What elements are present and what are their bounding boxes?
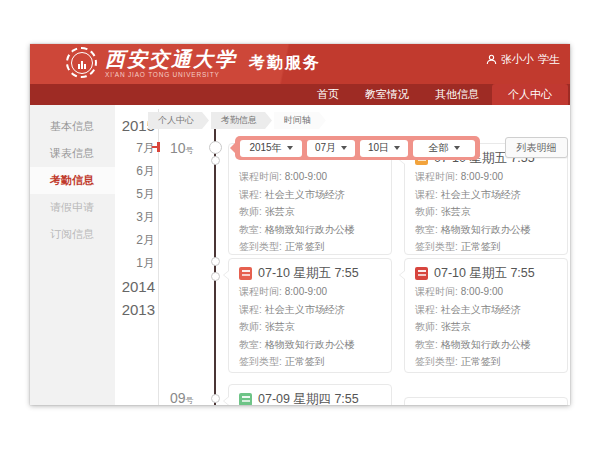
app-window: 西安交通大学 XI'AN JIAO TONG UNIVERSITY 考勤服务 张… [30,44,570,405]
field-value: 张芸京 [265,206,295,217]
attendance-card[interactable] [404,397,568,405]
axis-month-7[interactable]: 7月 [115,137,155,160]
user-info[interactable]: 张小小 学生 [486,52,560,67]
field-label: 签到类型: [239,241,282,252]
field-label: 教师: [415,206,438,217]
sidebar-item-schedule-info[interactable]: 课表信息 [30,140,115,167]
field-value: 8:00-9:00 [461,286,503,297]
timeline-line [214,127,216,405]
field-value: 社会主义市场经济 [441,189,521,200]
field-value: 正常签到 [461,241,501,252]
attendance-card[interactable]: 07-10 星期五 7:55 课程时间:8:00-9:00 课程:社会主义市场经… [404,258,568,373]
card-header: 07-09 星期四 7:55 [239,390,381,405]
chevron-down-icon [394,146,400,150]
field-value: 社会主义市场经济 [265,304,345,315]
axis-month-6[interactable]: 6月 [115,160,155,183]
field-label: 教室: [239,339,262,350]
field-label: 教师: [239,206,262,217]
field-label: 教室: [415,339,438,350]
axis-year-2014[interactable]: 2014 [115,275,155,298]
user-name: 张小小 [501,52,534,67]
month-select[interactable]: 07月 [307,140,355,157]
date-filter-bar: 2015年 07月 10日 全部 [235,136,480,160]
sidebar-item-leave-request[interactable]: 请假申请 [30,194,115,221]
field-value: 格物致知行政办公楼 [265,339,355,350]
field-label: 签到类型: [239,356,282,367]
field-value: 格物致知行政办公楼 [441,224,531,235]
attendance-card[interactable]: 07-09 星期四 7:55 [228,384,392,405]
card-date: 07-10 星期五 7:55 [434,265,535,282]
card-header: 07-10 星期五 7:55 [415,264,557,283]
field-value: 张芸京 [441,206,471,217]
field-value: 8:00-9:00 [285,286,327,297]
field-label: 签到类型: [415,241,458,252]
field-label: 教师: [239,321,262,332]
axis-month-1[interactable]: 1月 [115,252,155,275]
sidebar: 基本信息 课表信息 考勤信息 请假申请 订阅信息 [30,105,115,405]
field-value: 格物致知行政办公楼 [265,224,355,235]
timeline-dot [211,257,220,266]
nav-item-personal-center[interactable]: 个人中心 [492,84,568,105]
user-role: 学生 [538,52,560,67]
nav-item-other-info[interactable]: 其他信息 [422,84,492,105]
field-value: 张芸京 [265,321,295,332]
university-name: 西安交通大学 [105,48,237,70]
breadcrumb: 个人中心 考勤信息 时间轴 [148,112,326,129]
university-logo-icon [66,47,97,78]
field-value: 正常签到 [461,356,501,367]
year-select[interactable]: 2015年 [240,140,302,157]
person-icon [486,54,497,65]
day-select-value: 10日 [368,141,389,155]
axis-month-2[interactable]: 2月 [115,229,155,252]
field-value: 8:00-9:00 [285,171,327,182]
field-value: 张芸京 [441,321,471,332]
university-name-en: XI'AN JIAO TONG UNIVERSITY [105,71,237,78]
axis-month-5[interactable]: 5月 [115,183,155,206]
month-select-value: 07月 [315,141,336,155]
calendar-icon [415,267,428,280]
axis-divider [158,109,159,405]
breadcrumb-personal-center[interactable]: 个人中心 [148,112,209,129]
breadcrumb-timeline[interactable]: 时间轴 [274,112,326,129]
type-select[interactable]: 全部 [413,140,475,157]
list-detail-button[interactable]: 列表明细 [505,137,568,158]
field-label: 课程: [415,304,438,315]
timeline-dot [209,141,222,154]
year-select-value: 2015年 [249,141,281,155]
card-date: 07-10 星期五 7:55 [258,265,359,282]
university-name-block: 西安交通大学 XI'AN JIAO TONG UNIVERSITY [105,48,237,78]
field-label: 课程时间: [415,286,458,297]
field-label: 课程: [239,304,262,315]
breadcrumb-attendance-info[interactable]: 考勤信息 [211,112,272,129]
type-select-value: 全部 [429,141,449,155]
content-area: 基本信息 课表信息 考勤信息 请假申请 订阅信息 个人中心 考勤信息 时间轴 2… [30,105,570,405]
chevron-down-icon [341,146,347,150]
brand: 西安交通大学 XI'AN JIAO TONG UNIVERSITY 考勤服务 [66,47,321,78]
main-panel: 个人中心 考勤信息 时间轴 2015 7月 6月 5月 3月 2月 1月 201… [115,105,570,405]
chevron-down-icon [454,146,460,150]
card-header: 07-10 星期五 7:55 [239,264,381,283]
field-label: 课程时间: [415,171,458,182]
nav-item-home[interactable]: 首页 [304,84,352,105]
field-value: 社会主义市场经济 [441,304,521,315]
field-label: 课程: [415,189,438,200]
sidebar-item-basic-info[interactable]: 基本信息 [30,113,115,140]
nav-item-classrooms[interactable]: 教室情况 [352,84,422,105]
axis-year-2013[interactable]: 2013 [115,298,155,321]
sidebar-item-attendance-info[interactable]: 考勤信息 [30,167,115,194]
field-value: 格物致知行政办公楼 [441,339,531,350]
calendar-icon [239,267,252,280]
field-label: 教室: [239,224,262,235]
sidebar-item-subscription-info[interactable]: 订阅信息 [30,221,115,248]
axis-month-3[interactable]: 3月 [115,206,155,229]
service-title: 考勤服务 [249,53,321,74]
day-select[interactable]: 10日 [360,140,408,157]
timeline-axis: 2015 7月 6月 5月 3月 2月 1月 2014 2013 [115,114,155,321]
timeline-dot [211,394,220,403]
attendance-card[interactable]: 07-10 星期五 7:55 课程时间:8:00-9:00 课程:社会主义市场经… [228,258,392,373]
timeline-dot [211,272,220,281]
field-label: 教室: [415,224,438,235]
day-label-09: 09号 [170,389,208,405]
field-value: 正常签到 [285,241,325,252]
field-value: 正常签到 [285,356,325,367]
